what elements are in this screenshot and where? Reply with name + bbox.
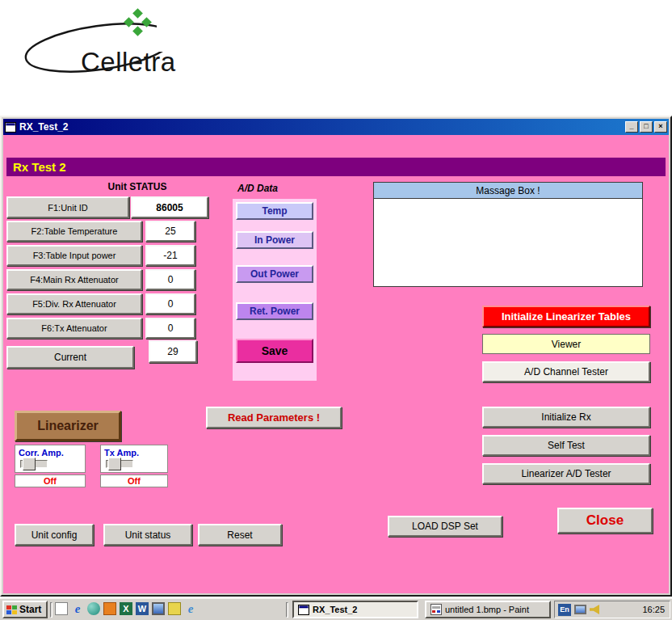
quick-launch-bar: e X W e: [55, 602, 200, 615]
taskbar: Start e X W e RX_Test_2: [0, 598, 672, 620]
out-power-channel-button[interactable]: Out Power: [236, 265, 313, 283]
ad-channel-tester-button[interactable]: A/D Channel Tester: [482, 361, 650, 382]
corr-amp-label: Corr. Amp.: [19, 448, 82, 458]
task-button-rx-test-2[interactable]: RX_Test_2: [292, 601, 418, 618]
corr-amp-state: Off: [15, 474, 86, 487]
table-temperature-value: 25: [145, 221, 195, 242]
close-button[interactable]: Close: [557, 508, 653, 534]
app-window: RX_Test_2 _ □ × Rx Test 2 Unit STATUS F1…: [0, 116, 672, 597]
viewer-button[interactable]: Viewer: [482, 334, 650, 354]
globe-icon[interactable]: [87, 602, 100, 615]
ad-data-header: A/D Data: [237, 183, 318, 194]
table-input-power-value: -21: [145, 245, 195, 266]
brand-name: Celletra: [81, 47, 176, 77]
div-rx-attenuator-value: 0: [145, 293, 195, 314]
temp-channel-button[interactable]: Temp: [236, 202, 313, 220]
unit-status-header: Unit STATUS: [81, 181, 194, 192]
minimize-icon[interactable]: _: [625, 121, 638, 133]
current-value: 29: [149, 340, 197, 363]
reset-button[interactable]: Reset: [198, 524, 282, 546]
f2-table-temperature-button[interactable]: F2:Table Temperature: [6, 221, 142, 242]
taskbar-divider: [50, 602, 52, 618]
internet-explorer-icon[interactable]: e: [71, 602, 84, 615]
tx-amp-toggle[interactable]: [106, 460, 133, 468]
windows-logo-icon: [6, 605, 17, 614]
task-button-paint[interactable]: untitled 1.bmp - Paint: [425, 601, 551, 618]
linearizer-button[interactable]: Linearizer: [15, 411, 121, 441]
clock: 16:25: [642, 605, 665, 614]
system-tray: En 16:25: [554, 601, 670, 618]
maximize-icon[interactable]: □: [640, 121, 653, 133]
f1-unit-id-button[interactable]: F1:Unit ID: [6, 196, 129, 218]
unit-status-button[interactable]: Unit status: [103, 524, 192, 546]
paint-icon: [430, 604, 442, 615]
unit-id-value: 86005: [131, 196, 208, 218]
close-icon[interactable]: ×: [654, 121, 667, 133]
tx-amp-toggle-knob[interactable]: [108, 458, 121, 470]
window-title: RX_Test_2: [19, 121, 624, 133]
keyboard-layout-indicator[interactable]: En: [558, 604, 571, 616]
display-settings-icon[interactable]: [574, 605, 586, 614]
message-box-title: Massage Box !: [374, 183, 642, 199]
clover-icon: [124, 8, 152, 36]
self-test-button[interactable]: Self Test: [482, 435, 650, 456]
linearizer-ad-tester-button[interactable]: Linearizer A/D Tester: [482, 463, 650, 484]
tx-amp-label: Tx Amp.: [104, 448, 164, 458]
media-app-icon[interactable]: [103, 602, 116, 615]
window-titlebar: RX_Test_2 _ □ ×: [3, 119, 669, 135]
window-client-area: Rx Test 2 Unit STATUS F1:Unit ID 86005 F…: [3, 135, 669, 593]
desktop: Celletra RX_Test_2 _ □ × Rx Test 2 Unit …: [0, 0, 672, 620]
app-icon: [5, 122, 16, 133]
excel-icon[interactable]: X: [120, 602, 132, 615]
tx-amp-panel: Tx Amp. Off: [100, 445, 168, 487]
corr-amp-toggle[interactable]: [20, 460, 48, 468]
in-power-channel-button[interactable]: In Power: [236, 231, 313, 249]
mail-icon[interactable]: [168, 602, 181, 615]
taskbar-divider: [286, 602, 288, 618]
tx-amp-state: Off: [100, 474, 168, 487]
f4-main-rx-attenuator-button[interactable]: F4:Main Rx Attenuator: [6, 269, 142, 290]
unit-config-button[interactable]: Unit config: [15, 524, 94, 546]
save-button[interactable]: Save: [236, 339, 313, 363]
ret-power-channel-button[interactable]: Ret. Power: [236, 302, 313, 320]
corr-amp-panel: Corr. Amp. Off: [15, 445, 86, 487]
celletra-logo: Celletra: [15, 3, 225, 94]
document-icon[interactable]: [55, 602, 68, 615]
task-label: RX_Test_2: [313, 605, 357, 614]
f5-div-rx-attenuator-button[interactable]: F5:Div. Rx Attenuator: [6, 293, 142, 314]
load-dsp-set-button[interactable]: LOAD DSP Set: [388, 516, 502, 537]
message-box: Massage Box !: [373, 182, 643, 287]
start-button[interactable]: Start: [2, 601, 48, 618]
window-task-icon: [298, 605, 309, 615]
initialize-linearizer-tables-button[interactable]: Initialize Linearizer Tables: [482, 306, 650, 327]
f6-tx-attenuator-button[interactable]: F6:Tx Attenuator: [6, 318, 142, 339]
word-icon[interactable]: W: [136, 602, 149, 615]
corr-amp-toggle-knob[interactable]: [23, 458, 36, 470]
main-rx-attenuator-value: 0: [145, 269, 195, 290]
display-icon[interactable]: [152, 602, 165, 615]
initialize-rx-button[interactable]: Initialize Rx: [482, 407, 650, 428]
browser-icon[interactable]: e: [184, 602, 197, 615]
read-parameters-button[interactable]: Read Parameters !: [206, 407, 342, 428]
task-label: untitled 1.bmp - Paint: [445, 605, 529, 614]
tx-attenuator-value: 0: [145, 318, 195, 339]
start-label: Start: [19, 604, 41, 615]
f3-table-input-power-button[interactable]: F3:Table Input power: [6, 245, 142, 266]
volume-icon[interactable]: [590, 605, 599, 614]
current-button[interactable]: Current: [6, 346, 134, 369]
page-title: Rx Test 2: [6, 158, 666, 176]
message-box-content: [374, 199, 642, 286]
